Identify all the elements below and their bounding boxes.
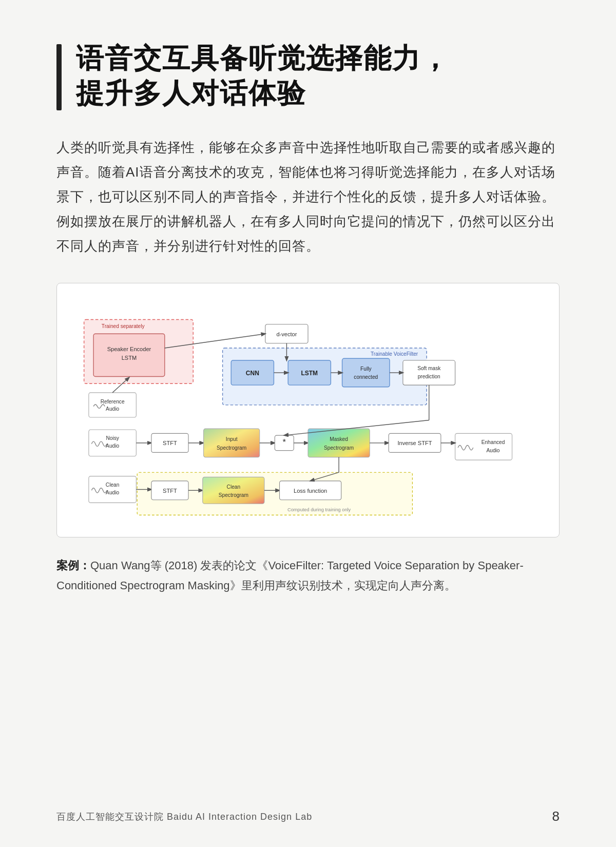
- svg-text:Audio: Audio: [106, 490, 119, 495]
- voicefilter-diagram: Trained separately Speaker Encoder LSTM …: [75, 303, 541, 518]
- caption-label: 案例：: [56, 559, 90, 572]
- svg-rect-67: [455, 434, 512, 460]
- svg-text:Spectrogram: Spectrogram: [217, 445, 246, 451]
- svg-text:connected: connected: [354, 375, 378, 380]
- svg-text:Audio: Audio: [487, 448, 500, 454]
- page: 语音交互具备听觉选择能力， 提升多人对话体验 人类的听觉具有选择性，能够在众多声…: [0, 0, 616, 847]
- footer-page-number: 8: [552, 808, 560, 824]
- svg-text:Loss function: Loss function: [294, 488, 327, 494]
- page-title: 语音交互具备听觉选择能力， 提升多人对话体验: [76, 41, 450, 110]
- body-paragraph: 人类的听觉具有选择性，能够在众多声音中选择性地听取自己需要的或者感兴趣的声音。随…: [56, 135, 560, 258]
- svg-text:Spectrogram: Spectrogram: [324, 445, 354, 451]
- svg-text:d-vector: d-vector: [276, 331, 297, 337]
- svg-text:Audio: Audio: [106, 444, 119, 449]
- svg-rect-35: [204, 429, 260, 457]
- svg-text:Enhanced: Enhanced: [482, 439, 505, 445]
- svg-text:LSTM: LSTM: [122, 355, 137, 361]
- svg-text:Trainable VoiceFilter: Trainable VoiceFilter: [371, 351, 418, 357]
- footer: 百度人工智能交互设计院 Baidu AI Interaction Design …: [0, 808, 616, 824]
- svg-rect-58: [203, 477, 264, 504]
- svg-text:Inverse STFT: Inverse STFT: [397, 440, 432, 447]
- svg-text:Fully: Fully: [360, 367, 372, 372]
- svg-text:LSTM: LSTM: [301, 370, 318, 377]
- svg-rect-21: [403, 360, 455, 385]
- svg-text:Trained separately: Trained separately: [102, 324, 145, 330]
- svg-text:Reference: Reference: [101, 399, 125, 405]
- svg-text:Computed during training only: Computed during training only: [287, 507, 351, 512]
- svg-text:Soft mask: Soft mask: [417, 366, 441, 372]
- svg-text:STFT: STFT: [163, 440, 177, 447]
- svg-text:Speaker Encoder: Speaker Encoder: [107, 346, 151, 353]
- svg-text:prediction: prediction: [418, 374, 440, 380]
- svg-rect-42: [308, 429, 370, 457]
- svg-text:Noisy: Noisy: [106, 436, 119, 441]
- svg-text:CNN: CNN: [246, 370, 259, 377]
- svg-text:Audio: Audio: [106, 406, 119, 412]
- svg-text:STFT: STFT: [163, 488, 177, 494]
- svg-text:Clean: Clean: [106, 482, 120, 488]
- diagram-container: Trained separately Speaker Encoder LSTM …: [56, 283, 560, 537]
- svg-text:*: *: [283, 438, 286, 448]
- svg-text:Spectrogram: Spectrogram: [219, 493, 248, 498]
- caption-text: Quan Wang等 (2018) 发表的论文《VoiceFilter: Tar…: [56, 559, 524, 592]
- footer-lab-name: 百度人工智能交互设计院 Baidu AI Interaction Design …: [56, 811, 312, 823]
- caption: 案例：Quan Wang等 (2018) 发表的论文《VoiceFilter: …: [56, 556, 560, 595]
- svg-text:Input: Input: [226, 437, 238, 442]
- svg-text:Clean: Clean: [227, 484, 241, 490]
- svg-rect-18: [342, 359, 390, 387]
- title-bar: 语音交互具备听觉选择能力， 提升多人对话体验: [56, 41, 560, 110]
- svg-text:Masked: Masked: [330, 437, 348, 442]
- title-accent: [56, 44, 62, 110]
